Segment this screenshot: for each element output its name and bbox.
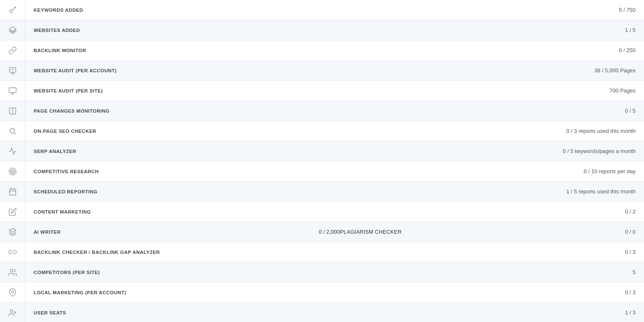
svg-point-0	[10, 10, 13, 13]
target-icon	[0, 161, 25, 181]
table-row: PAGE CHANGES MONITORING0 / 5	[0, 101, 644, 121]
row-label: AI WRITER	[25, 224, 319, 240]
row-label: PAGE CHANGES MONITORING	[25, 103, 617, 119]
svg-rect-3	[9, 87, 16, 92]
table-row: COMPETITORS (PER SITE)5	[0, 262, 644, 282]
table-row: BACKLINK MONITOR0 / 250	[0, 40, 644, 61]
table-row: WEBSITES ADDED1 / 5	[0, 20, 644, 40]
row-value: 0 / 5	[617, 103, 644, 119]
row-label: KEYWORDS ADDED	[25, 3, 610, 18]
monitor-icon	[0, 81, 25, 100]
ai-icon	[0, 222, 25, 242]
row-label: BACKLINK CHECKER / BACKLINK GAP ANALYZER	[25, 245, 617, 260]
table-row: COMPETITIVE RESEARCH0 / 10 reports per d…	[0, 161, 644, 182]
row-label: USER SEATS	[25, 305, 617, 320]
table-row: SCHEDULED REPORTING1 / 5 reports used th…	[0, 182, 644, 202]
table-row: KEYWORDS ADDED5 / 750	[0, 0, 644, 20]
table-row: LOCAL MARKETING (PER ACCOUNT)0 / 3	[0, 282, 644, 303]
row-value: 5 / 750	[610, 2, 644, 18]
svg-point-13	[10, 309, 13, 312]
link-icon	[0, 40, 25, 60]
row-value: 1 / 5 reports used this month	[558, 183, 644, 200]
svg-point-7	[11, 169, 15, 174]
edit-icon	[0, 202, 25, 222]
row-label: WEBSITES ADDED	[25, 23, 617, 38]
row-value: 0 / 3	[617, 244, 644, 260]
layers-icon	[0, 20, 25, 40]
users-icon	[0, 262, 25, 282]
table-row: AI WRITER0 / 2,000PLAGIARISM CHECKER0 / …	[0, 222, 644, 242]
calendar-icon	[0, 182, 25, 201]
svg-point-8	[12, 171, 13, 172]
row-label: BACKLINK MONITOR	[25, 43, 610, 58]
table-row: CONTENT MARKETING0 / 2	[0, 202, 644, 222]
link2-icon	[0, 242, 25, 262]
row-label: CONTENT MARKETING	[25, 204, 617, 219]
table-row: USER SEATS1 / 3	[0, 303, 644, 322]
monitor-scan-icon	[0, 61, 25, 80]
row-value: 1 / 5	[617, 22, 644, 38]
row-label: LOCAL MARKETING (PER ACCOUNT)	[25, 285, 617, 300]
table-row: ON-PAGE SEO CHECKER0 / 3 reports used th…	[0, 121, 644, 141]
row-label: SERP ANALYZER	[25, 144, 554, 159]
svg-point-5	[10, 128, 15, 133]
mid-value: 0 / 2,000	[319, 229, 340, 235]
columns-icon	[0, 101, 25, 121]
row-value: 0 / 10 reports per day	[575, 163, 644, 179]
row-value: 700 Pages	[601, 82, 644, 99]
chart-line-icon	[0, 141, 25, 161]
user-seats-icon	[0, 303, 25, 322]
row-value: 0 / 3 reports used this month	[558, 123, 644, 139]
usage-table: KEYWORDS ADDED5 / 750WEBSITES ADDED1 / 5…	[0, 0, 644, 322]
table-row: BACKLINK CHECKER / BACKLINK GAP ANALYZER…	[0, 242, 644, 262]
search-circle-icon	[0, 121, 25, 141]
right-label: PLAGIARISM CHECKER	[340, 229, 617, 235]
row-label: WEBSITE AUDIT (PER SITE)	[25, 83, 601, 98]
table-row: SERP ANALYZER0 / 5 keywords/pages a mont…	[0, 141, 644, 161]
row-value: 1 / 3	[617, 304, 644, 321]
row-label: COMPETITIVE RESEARCH	[25, 164, 575, 179]
row-value: 0 / 2	[617, 203, 644, 220]
row-value: 38 / 5,000 Pages	[586, 62, 644, 79]
row-label: COMPETITORS (PER SITE)	[25, 265, 624, 280]
svg-point-12	[11, 290, 13, 293]
svg-point-6	[9, 168, 16, 175]
row-value: 0 / 3	[617, 284, 644, 301]
row-value: 0 / 250	[610, 42, 644, 58]
table-row: WEBSITE AUDIT (PER ACCOUNT)38 / 5,000 Pa…	[0, 61, 644, 81]
row-label: ON-PAGE SEO CHECKER	[25, 124, 558, 139]
row-value: 0 / 0	[617, 224, 644, 240]
svg-rect-9	[9, 189, 16, 195]
table-row: WEBSITE AUDIT (PER SITE)700 Pages	[0, 81, 644, 101]
row-label: WEBSITE AUDIT (PER ACCOUNT)	[25, 63, 586, 78]
row-value: 0 / 5 keywords/pages a month	[554, 143, 644, 159]
svg-point-11	[10, 269, 13, 272]
row-value: 5	[624, 264, 644, 280]
pin-icon	[0, 282, 25, 302]
row-label: SCHEDULED REPORTING	[25, 184, 558, 199]
key-icon	[0, 0, 25, 20]
